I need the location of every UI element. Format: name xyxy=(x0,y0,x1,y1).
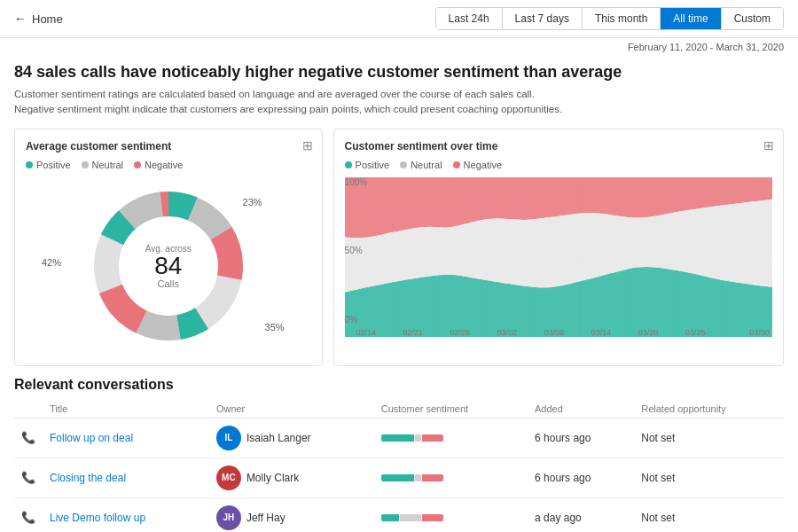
row-owner: JH Jeff Hay xyxy=(209,497,374,532)
filter-custom[interactable]: Custom xyxy=(722,8,783,29)
table-row[interactable]: 📞 Closing the deal MC Molly Clark 6 hour… xyxy=(14,458,784,497)
back-link[interactable]: ← Home xyxy=(14,12,63,26)
donut-center-label: Calls xyxy=(145,278,192,288)
owner-avatar: MC xyxy=(216,466,241,490)
sentiment-bar xyxy=(381,514,443,521)
donut-center: Avg. across 84 Calls xyxy=(145,243,192,288)
th-title: Title xyxy=(43,400,209,419)
date-range: February 11, 2020 - March 31, 2020 xyxy=(0,38,798,56)
time-filters: Last 24h Last 7 days This month All time… xyxy=(435,7,784,30)
sentiment-positive xyxy=(381,434,414,442)
row-sentiment xyxy=(374,418,528,458)
legend-neutral: Neutral xyxy=(82,160,123,170)
x-label-0302: 03/02 xyxy=(497,328,518,337)
avg-chart-title: Average customer sentiment xyxy=(26,140,311,153)
pct-negative: 42% xyxy=(42,257,61,268)
table-row[interactable]: 📞 Follow up on deal IL Isaiah Langer 6 h… xyxy=(14,418,784,458)
y-label-0: 0% xyxy=(345,315,357,325)
th-added: Added xyxy=(528,400,634,419)
filter-last24h[interactable]: Last 24h xyxy=(436,8,503,29)
positive-label: Positive xyxy=(36,160,71,170)
th-opportunity: Related opportunity xyxy=(634,400,784,419)
row-added: a day ago xyxy=(528,497,634,532)
page-title: 84 sales calls have noticeably higher ne… xyxy=(14,63,784,82)
conversations-section: Relevant conversations Title Owner Custo… xyxy=(14,377,784,533)
owner-avatar: IL xyxy=(216,426,241,450)
sentiment-neutral xyxy=(400,514,421,521)
pct-positive: 23% xyxy=(243,197,262,207)
legend-positive: Positive xyxy=(26,160,71,170)
row-title[interactable]: Live Demo follow up xyxy=(43,497,209,532)
time-negative-label: Negative xyxy=(464,160,502,170)
subtitle-line1: Customer sentiment ratings are calculate… xyxy=(14,89,535,99)
x-label-0325: 03/25 xyxy=(685,328,706,337)
conversations-title: Relevant conversations xyxy=(14,377,784,393)
x-label-0330: 03/30 xyxy=(749,328,770,337)
time-legend-negative: Negative xyxy=(453,160,502,170)
time-chart-legend: Positive Neutral Negative xyxy=(345,160,772,170)
x-label-0226: 02/26 xyxy=(450,328,471,337)
negative-dot xyxy=(134,161,141,168)
donut-container: Avg. across 84 Calls 23% 35% 42% xyxy=(26,177,311,355)
neutral-dot xyxy=(82,161,89,168)
x-label-0221: 02/21 xyxy=(403,328,424,337)
sentiment-bar xyxy=(381,474,443,481)
row-opportunity: Not set xyxy=(634,418,784,458)
conversations-table: Title Owner Customer sentiment Added Rel… xyxy=(14,400,784,533)
x-label-0320: 03/20 xyxy=(638,328,659,337)
header: ← Home Last 24h Last 7 days This month A… xyxy=(0,0,798,38)
row-title[interactable]: Follow up on deal xyxy=(43,418,209,458)
donut-center-num: 84 xyxy=(145,253,192,278)
table-row[interactable]: 📞 Live Demo follow up JH Jeff Hay a day … xyxy=(14,497,784,532)
phone-icon: 📞 xyxy=(21,511,35,524)
row-icon-cell: 📞 xyxy=(14,458,43,497)
sentiment-neutral xyxy=(415,434,421,442)
row-owner: IL Isaiah Langer xyxy=(209,418,374,458)
th-icon xyxy=(14,400,43,419)
row-opportunity: Not set xyxy=(634,497,784,532)
x-label-0314: 03/14 xyxy=(591,328,612,337)
phone-icon: 📞 xyxy=(21,471,35,484)
row-sentiment xyxy=(374,497,528,532)
th-sentiment: Customer sentiment xyxy=(374,400,528,419)
owner-name: Molly Clark xyxy=(246,472,299,484)
row-added: 6 hours ago xyxy=(528,458,634,497)
time-negative-dot xyxy=(453,161,460,168)
sentiment-neutral xyxy=(415,474,421,481)
avg-sentiment-card: Average customer sentiment ⊞ Positive Ne… xyxy=(14,129,323,366)
time-positive-dot xyxy=(345,161,352,168)
filter-alltime[interactable]: All time xyxy=(661,8,721,29)
area-chart-container: 100% 50% 0% 02/14 02/21 02/26 03/02 03/0… xyxy=(345,177,772,337)
time-neutral-dot xyxy=(400,161,407,168)
owner-avatar: JH xyxy=(216,505,241,530)
sentiment-negative xyxy=(422,434,443,442)
date-range-text: February 11, 2020 - March 31, 2020 xyxy=(628,42,784,52)
time-neutral-label: Neutral xyxy=(411,160,442,170)
time-chart-title: Customer sentiment over time xyxy=(345,140,772,153)
filter-thismonth[interactable]: This month xyxy=(583,8,661,29)
owner-name: Jeff Hay xyxy=(246,512,286,524)
table-header-row: Title Owner Customer sentiment Added Rel… xyxy=(14,400,784,419)
back-arrow-icon: ← xyxy=(14,12,27,26)
filter-last7d[interactable]: Last 7 days xyxy=(503,8,583,29)
owner-name: Isaiah Langer xyxy=(246,432,311,444)
th-owner: Owner xyxy=(209,400,374,419)
y-label-100: 100% xyxy=(345,177,368,187)
sentiment-bar xyxy=(381,434,443,442)
page-subtitle: Customer sentiment ratings are calculate… xyxy=(14,87,784,118)
time-positive-label: Positive xyxy=(356,160,390,170)
main-content: 84 sales calls have noticeably higher ne… xyxy=(0,56,798,532)
legend-negative: Negative xyxy=(134,160,183,170)
x-label-0214: 02/14 xyxy=(356,328,376,337)
row-added: 6 hours ago xyxy=(528,418,634,458)
avg-chart-icon[interactable]: ⊞ xyxy=(302,138,313,153)
area-chart-svg xyxy=(345,177,772,337)
sentiment-negative xyxy=(422,514,443,521)
time-chart-icon[interactable]: ⊞ xyxy=(763,138,774,153)
charts-row: Average customer sentiment ⊞ Positive Ne… xyxy=(14,129,784,366)
x-label-0308: 03/08 xyxy=(544,328,565,337)
row-opportunity: Not set xyxy=(634,458,784,497)
row-title[interactable]: Closing the deal xyxy=(43,458,209,497)
row-owner: MC Molly Clark xyxy=(209,458,374,497)
neutral-label: Neutral xyxy=(92,160,123,170)
